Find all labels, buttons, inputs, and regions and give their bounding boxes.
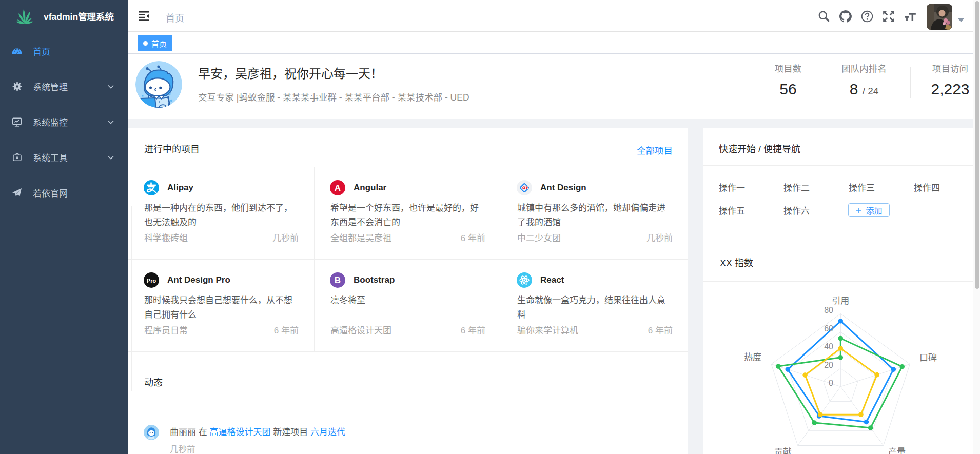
svg-text:80: 80	[824, 306, 833, 314]
svg-text:热度: 热度	[744, 352, 761, 362]
svg-text:引用: 引用	[832, 296, 849, 306]
svg-text:60: 60	[824, 324, 833, 333]
svg-text:贡献: 贡献	[774, 447, 792, 454]
svg-text:B: B	[335, 275, 341, 285]
svg-text:0: 0	[829, 379, 833, 387]
svg-text:20: 20	[824, 361, 833, 369]
svg-text:40: 40	[824, 342, 833, 351]
svg-text:Pro: Pro	[147, 278, 156, 284]
svg-text:口碑: 口碑	[919, 353, 937, 363]
svg-text:A: A	[335, 183, 341, 193]
svg-text:产量: 产量	[888, 447, 906, 454]
